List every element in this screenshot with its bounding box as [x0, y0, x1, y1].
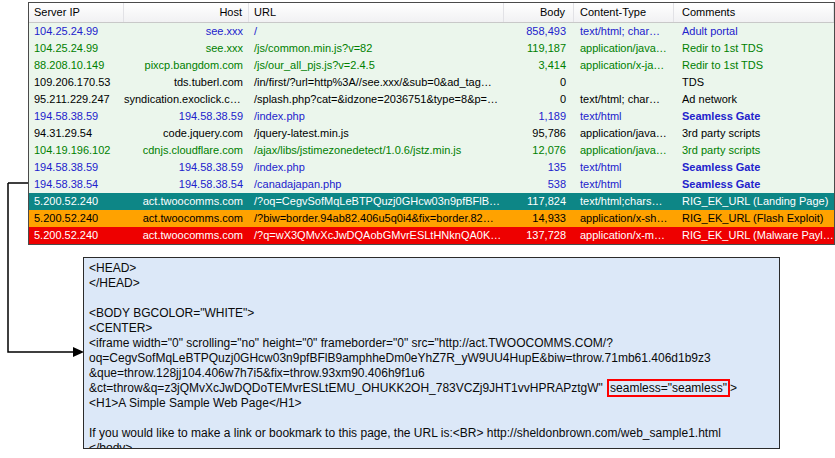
table-row[interactable]: 94.31.29.54code.jquery.com/jquery-latest…: [29, 125, 834, 142]
code-line: <CENTER>: [89, 321, 774, 336]
table-row[interactable]: 104.19.196.102cdnjs.cloudflare.com/ajax/…: [29, 142, 834, 159]
cell-host: cdnjs.cloudflare.com: [124, 142, 249, 159]
cell-host: tds.tuberl.com: [124, 74, 249, 91]
cell-url: /index.php: [249, 159, 504, 176]
cell-comments: Adult portal: [674, 23, 834, 40]
cell-server-ip: 104.19.196.102: [29, 142, 124, 159]
column-header-url[interactable]: URL: [249, 3, 504, 22]
cell-comments: 3rd party scripts: [674, 142, 834, 159]
code-line: </HEAD>: [89, 276, 774, 291]
table-body: 104.25.24.99see.xxx/858,493text/html; ch…: [29, 23, 834, 244]
column-header-host[interactable]: Host: [124, 3, 249, 22]
code-line: <BODY BGCOLOR="WHITE">: [89, 306, 774, 321]
cell-url: /index.php: [249, 108, 504, 125]
cell-server-ip: 194.58.38.59: [29, 159, 124, 176]
cell-url: /js/our_all_pjs.js?v=2.4.5: [249, 57, 504, 74]
cell-body: 14,933: [504, 210, 574, 227]
cell-host: see.xxx: [124, 23, 249, 40]
table-row[interactable]: 194.58.38.59194.58.38.59/index.php135tex…: [29, 159, 834, 176]
row-to-code-arrow: [5, 175, 87, 360]
column-header-comments[interactable]: Comments: [674, 3, 834, 22]
cell-url: /js/common.min.js?v=82: [249, 40, 504, 57]
cell-content-type: application/java…: [574, 125, 674, 142]
cell-body: 137,728: [504, 227, 574, 244]
cell-comments: Seamless Gate: [674, 108, 834, 125]
code-line: [89, 291, 774, 306]
table-row[interactable]: 88.208.10.149pixcp.bangdom.com/js/our_al…: [29, 57, 834, 74]
cell-body: 858,493: [504, 23, 574, 40]
cell-url: /ajax/libs/jstimezonedetect/1.0.6/jstz.m…: [249, 142, 504, 159]
code-line: oq=CegvSofMqLeBTPQuzj0GHcw03n9pfBFlB9amp…: [89, 351, 774, 366]
cell-server-ip: 194.58.38.59: [29, 108, 124, 125]
cell-url: /in/first/?url=http%3A//see.xxx/&sub=0&a…: [249, 74, 504, 91]
table-row[interactable]: 104.25.24.99see.xxx/js/common.min.js?v=8…: [29, 40, 834, 57]
cell-comments: RIG_EK_URL (Flash Exploit): [674, 210, 834, 227]
cell-content-type: text/html: [574, 159, 674, 176]
cell-body: 117,824: [504, 193, 574, 210]
html-source-panel: <HEAD></HEAD> <BODY BGCOLOR="WHITE"><CEN…: [83, 257, 780, 449]
cell-comments: RIG_EK_URL (Malware Payload): [674, 227, 834, 244]
cell-comments: RIG_EK_URL (Landing Page): [674, 193, 834, 210]
cell-host: syndication.exoclick.com: [124, 91, 249, 108]
cell-content-type: text/html: [574, 176, 674, 193]
cell-server-ip: 104.25.24.99: [29, 23, 124, 40]
cell-content-type: application/java…: [574, 142, 674, 159]
cell-host: 194.58.38.59: [124, 159, 249, 176]
cell-content-type: text/html;chars…: [574, 193, 674, 210]
cell-body: 538: [504, 176, 574, 193]
cell-body: 95,786: [504, 125, 574, 142]
code-line: </body>: [89, 441, 774, 449]
cell-content-type: application/x-ja…: [574, 57, 674, 74]
cell-server-ip: 104.25.24.99: [29, 40, 124, 57]
cell-server-ip: 94.31.29.54: [29, 125, 124, 142]
cell-content-type: text/html; char…: [574, 23, 674, 40]
cell-content-type: application/java…: [574, 40, 674, 57]
code-line: <HEAD>: [89, 261, 774, 276]
cell-url: /?q=wX3QMvXcJwDQAobGMvrESLtHNknQA0KK2I…: [249, 227, 504, 244]
cell-url: /?biw=border.94ab82.406u5q0i4&fix=border…: [249, 210, 504, 227]
cell-comments: Redir to 1st TDS: [674, 40, 834, 57]
cell-host: act.twoocomms.com: [124, 210, 249, 227]
cell-host: 194.58.38.59: [124, 108, 249, 125]
table-row[interactable]: 109.206.170.53tds.tuberl.com/in/first/?u…: [29, 74, 834, 91]
cell-body: 119,187: [504, 40, 574, 57]
column-header-server-ip[interactable]: Server IP: [29, 3, 124, 22]
cell-comments: 3rd party scripts: [674, 125, 834, 142]
code-line: <iframe width="0" scrolling="no" height=…: [89, 336, 774, 351]
cell-content-type: text/html; char…: [574, 91, 674, 108]
cell-url: /?oq=CegvSofMqLeBTPQuzj0GHcw03n9pfBFlB9a…: [249, 193, 504, 210]
seamless-attribute-highlight: seamless="seamless": [607, 379, 730, 397]
column-header-body[interactable]: Body: [504, 3, 574, 22]
cell-content-type: application/x-sh…: [574, 210, 674, 227]
column-header-content-type[interactable]: Content-Type: [574, 3, 674, 22]
table-header: Server IPHostURLBodyContent-TypeComments: [29, 3, 834, 23]
code-text: >: [730, 381, 737, 395]
table-row[interactable]: 5.200.52.240act.twoocomms.com/?biw=borde…: [29, 210, 834, 227]
cell-comments: Ad network: [674, 91, 834, 108]
code-text: &ct=throw&q=z3jQMvXcJwDQDoTEMvrESLtEMU_O…: [89, 381, 606, 395]
cell-server-ip: 109.206.170.53: [29, 74, 124, 91]
cell-server-ip: 88.208.10.149: [29, 57, 124, 74]
cell-url: /splash.php?cat=&idzone=2036751&type=8&p…: [249, 91, 504, 108]
table-row[interactable]: 5.200.52.240act.twoocomms.com/?oq=CegvSo…: [29, 193, 834, 210]
cell-body: 3,414: [504, 57, 574, 74]
cell-url: /jquery-latest.min.js: [249, 125, 504, 142]
http-sessions-table: Server IPHostURLBodyContent-TypeComments…: [28, 2, 835, 245]
cell-comments: Seamless Gate: [674, 176, 834, 193]
cell-body: 1,189: [504, 108, 574, 125]
cell-body: 12,076: [504, 142, 574, 159]
code-line: [89, 411, 774, 426]
cell-server-ip: 95.211.229.247: [29, 91, 124, 108]
table-row[interactable]: 104.25.24.99see.xxx/858,493text/html; ch…: [29, 23, 834, 40]
cell-content-type: application/x-m…: [574, 227, 674, 244]
cell-comments: TDS: [674, 74, 834, 91]
table-row[interactable]: 5.200.52.240act.twoocomms.com/?q=wX3QMvX…: [29, 227, 834, 244]
table-row[interactable]: 194.58.38.59194.58.38.59/index.php1,189t…: [29, 108, 834, 125]
cell-host: see.xxx: [124, 40, 249, 57]
table-row[interactable]: 194.58.38.54194.58.38.54/canadajapan.php…: [29, 176, 834, 193]
code-line: <H1>A Simple Sample Web Page</H1>: [89, 396, 774, 411]
table-row[interactable]: 95.211.229.247syndication.exoclick.com/s…: [29, 91, 834, 108]
cell-host: act.twoocomms.com: [124, 193, 249, 210]
cell-url: /canadajapan.php: [249, 176, 504, 193]
cell-body: 135: [504, 159, 574, 176]
